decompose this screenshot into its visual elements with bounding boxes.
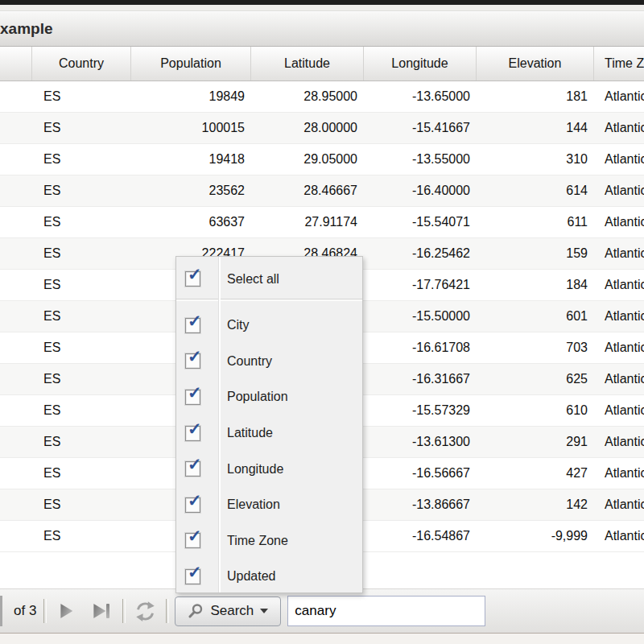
menu-item-label: Updated: [227, 569, 276, 584]
page-number-input[interactable]: [0, 596, 2, 626]
cell-latitude: 28.95000: [251, 81, 364, 112]
column-header-country[interactable]: Country: [32, 47, 131, 80]
checkbox[interactable]: ✓: [185, 353, 200, 369]
cell-population: 100015: [131, 113, 251, 143]
cell-city: [0, 395, 32, 426]
cell-city: [0, 270, 32, 300]
column-header-elevation[interactable]: Elevation: [477, 47, 594, 80]
cell-elevation: 601: [477, 301, 594, 332]
cell-city: [0, 521, 32, 551]
cell-longitude: -13.86667: [364, 489, 477, 520]
checkbox[interactable]: ✓: [185, 533, 200, 548]
cell-longitude: -16.54867: [364, 521, 477, 551]
menu-item-latitude[interactable]: ✓Latitude: [176, 415, 362, 452]
cell-country: ES: [32, 332, 131, 363]
cell-longitude: -16.61708: [364, 332, 477, 363]
cell-city: [0, 364, 32, 394]
next-page-button[interactable]: [60, 604, 72, 618]
checkbox[interactable]: ✓: [185, 497, 200, 513]
menu-item-population[interactable]: ✓Population: [176, 379, 362, 415]
menu-item-longitude[interactable]: ✓Longitude: [176, 451, 362, 487]
cell-population: 19418: [131, 144, 251, 175]
cell-city: [0, 427, 32, 457]
column-header-label: Country: [59, 56, 104, 71]
table-row[interactable]: ES6363727.91174-15.54071611Atlantic/Cana…: [0, 207, 644, 238]
cell-elevation: -9,999: [477, 521, 594, 551]
menu-item-select-all[interactable]: ✓ Select all: [176, 261, 362, 297]
cell-latitude: 28.46667: [251, 175, 364, 206]
checkmark-icon: ✓: [188, 384, 202, 401]
cell-timezone: Atlantic/Canary: [594, 238, 644, 269]
cell-country: ES: [32, 113, 131, 143]
column-header-label: Latitude: [284, 56, 330, 71]
page-background: [0, 5, 644, 11]
cell-timezone: Atlantic/Canary: [594, 395, 644, 426]
cell-city: [0, 238, 32, 269]
cell-elevation: 181: [477, 81, 594, 112]
cell-timezone: Atlantic/Canary: [594, 458, 644, 489]
refresh-button[interactable]: [134, 601, 156, 622]
checkbox[interactable]: ✓: [185, 318, 200, 333]
table-row[interactable]: ES10001528.00000-15.41667144Atlantic/Can…: [0, 113, 644, 144]
column-header-label: Population: [160, 56, 221, 71]
cell-latitude: 28.00000: [251, 113, 364, 143]
column-header-longitude[interactable]: Longitude: [364, 47, 477, 80]
toolbar-separator: [166, 599, 169, 623]
cell-elevation: 159: [477, 238, 594, 269]
table-row[interactable]: ES1984928.95000-13.65000181Atlantic/Cana…: [0, 81, 644, 113]
column-header-label: Time Zone: [605, 56, 644, 71]
cell-population: 63637: [131, 207, 251, 237]
cell-longitude: -15.50000: [364, 301, 477, 332]
cell-elevation: 625: [477, 364, 594, 394]
cell-population: 23562: [131, 175, 251, 206]
cell-country: ES: [32, 427, 131, 457]
grid-example-window: xample CountryPopulationLatitudeLongitud…: [0, 0, 644, 644]
menu-item-city[interactable]: ✓City: [176, 308, 362, 344]
cell-latitude: 27.91174: [251, 207, 364, 237]
cell-timezone: Atlantic/Canary: [594, 427, 644, 457]
checkbox[interactable]: ✓: [185, 390, 200, 405]
cell-country: ES: [32, 175, 131, 206]
paging-toolbar: of 3 Search: [0, 588, 644, 634]
cell-elevation: 291: [477, 427, 594, 457]
column-header-latitude[interactable]: Latitude: [251, 47, 364, 80]
next-page-icon: [60, 604, 72, 618]
cell-country: ES: [32, 301, 131, 332]
menu-item-updated[interactable]: ✓Updated: [176, 559, 362, 593]
column-header-population[interactable]: Population: [131, 47, 251, 80]
cell-timezone: Atlantic/Canary: [594, 489, 644, 520]
cell-city: [0, 207, 32, 237]
last-page-button[interactable]: [93, 604, 109, 618]
cell-elevation: 427: [477, 458, 594, 489]
cell-latitude: 29.05000: [251, 144, 364, 175]
table-row[interactable]: ES1941829.05000-13.55000310Atlantic/Cana…: [0, 144, 644, 175]
column-header-city[interactable]: [0, 47, 32, 80]
column-header-label: Elevation: [509, 56, 562, 71]
cell-country: ES: [32, 521, 131, 551]
search-menu-button[interactable]: Search: [175, 597, 281, 626]
cell-country: ES: [32, 270, 131, 300]
menu-item-elevation[interactable]: ✓Elevation: [176, 487, 362, 523]
menu-items-list: ✓City✓Country✓Population✓Latitude✓Longit…: [176, 308, 362, 593]
checkmark-icon: ✓: [188, 312, 202, 329]
menu-item-time-zone[interactable]: ✓Time Zone: [176, 523, 362, 559]
table-row[interactable]: ES2356228.46667-16.40000614Atlantic/Cana…: [0, 175, 644, 207]
checkmark-icon: ✓: [188, 456, 202, 473]
cell-timezone: Atlantic/Canary: [594, 175, 644, 206]
cell-elevation: 611: [477, 207, 594, 237]
checkmark-icon: ✓: [188, 527, 202, 544]
cell-country: ES: [32, 144, 131, 175]
cell-timezone: Atlantic/Canary: [594, 270, 644, 300]
menu-item-country[interactable]: ✓Country: [176, 344, 362, 380]
checkbox[interactable]: ✓: [185, 271, 200, 287]
cell-country: ES: [32, 458, 131, 489]
checkbox[interactable]: ✓: [185, 426, 200, 441]
menu-separator: [176, 299, 362, 301]
cell-elevation: 614: [477, 175, 594, 206]
checkbox[interactable]: ✓: [185, 569, 200, 584]
panel-title-bar: xample: [0, 11, 644, 47]
checkbox[interactable]: ✓: [185, 461, 200, 477]
cell-elevation: 310: [477, 144, 594, 175]
search-input[interactable]: [287, 596, 485, 626]
column-header-timezone[interactable]: Time Zone: [594, 47, 644, 80]
